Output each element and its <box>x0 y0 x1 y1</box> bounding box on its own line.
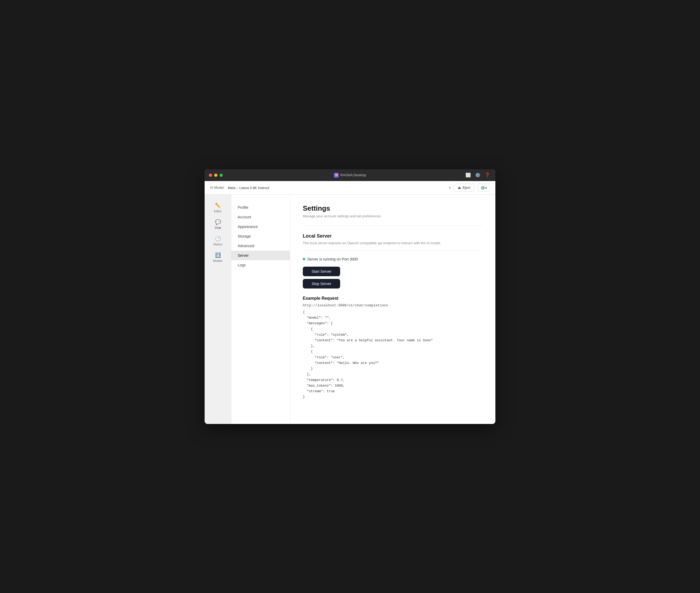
nav-item-account[interactable]: Account <box>231 212 290 222</box>
editor-icon: ✏️ <box>215 203 221 208</box>
close-button[interactable] <box>209 173 212 177</box>
example-request-title: Example Request <box>303 296 483 301</box>
sidebar-item-models[interactable]: ⬇️ Models <box>207 249 229 265</box>
settings-title: Settings <box>303 204 483 212</box>
sidebar-item-editor[interactable]: ✏️ Editor <box>207 200 229 215</box>
history-icon: 🕐 <box>215 236 221 242</box>
main-layout: ✏️ Editor 💬 Chat 🕐 History ⬇️ Models Pro… <box>205 195 495 424</box>
titlebar-title: 🧠 RAGNA Desktop <box>334 173 366 177</box>
models-icon: ⬇️ <box>215 252 221 258</box>
stop-server-button[interactable]: Stop Server <box>303 279 340 288</box>
maximize-button[interactable] <box>220 173 223 177</box>
nav-item-storage[interactable]: Storage <box>231 231 290 241</box>
settings-area: Profile Account Appearance Storage Advan… <box>231 195 495 424</box>
section-description: The local server exposes an OpenAI compa… <box>303 241 483 245</box>
nav-item-advanced[interactable]: Advanced <box>231 241 290 251</box>
eject-icon: ⏏ <box>458 186 461 190</box>
divider <box>303 226 483 226</box>
headerbar: AI Model: Meta – Llama 3 8K Instruct ▾ ⏏… <box>205 181 495 195</box>
minimize-button[interactable] <box>214 173 217 177</box>
section-divider <box>303 250 483 251</box>
eject-button[interactable]: ⏏ Eject <box>454 184 474 191</box>
chat-icon: 💬 <box>215 219 221 225</box>
settings-content: Settings Manage your account settings an… <box>290 195 495 424</box>
sidebar-item-chat[interactable]: 💬 Chat <box>207 216 229 232</box>
sidebar: ✏️ Editor 💬 Chat 🕐 History ⬇️ Models <box>205 195 231 424</box>
start-server-button[interactable]: Start Server <box>303 267 340 276</box>
nav-item-profile[interactable]: Profile <box>231 203 290 212</box>
example-url: http://localhost:3000/v1/chat/completion… <box>303 304 483 308</box>
app-logo: 🧠 <box>334 173 339 177</box>
filter-button[interactable]: ⚙️≡ <box>478 184 490 192</box>
sidebar-item-history[interactable]: 🕐 History <box>207 233 229 248</box>
titlebar: 🧠 RAGNA Desktop ⬜ ⚙️ ❓ <box>205 169 495 181</box>
settings-icon[interactable]: ⚙️ <box>474 171 481 179</box>
titlebar-actions: ⬜ ⚙️ ❓ <box>465 171 491 179</box>
settings-subtitle: Manage your account settings and set pre… <box>303 214 483 218</box>
server-status: Server is running on Port 3000 <box>303 257 483 261</box>
ai-model-select-wrapper: Meta – Llama 3 8K Instruct ▾ <box>228 185 450 190</box>
section-title: Local Server <box>303 233 483 239</box>
help-icon[interactable]: ❓ <box>484 171 491 179</box>
ai-model-label: AI Model: <box>210 186 225 190</box>
server-status-text: Server is running on Port 3000 <box>307 257 358 261</box>
nav-item-server[interactable]: Server <box>231 251 290 260</box>
ai-model-select[interactable]: Meta – Llama 3 8K Instruct <box>228 186 450 190</box>
nav-item-appearance[interactable]: Appearance <box>231 222 290 231</box>
settings-nav: Profile Account Appearance Storage Advan… <box>231 195 290 424</box>
app-window: 🧠 RAGNA Desktop ⬜ ⚙️ ❓ AI Model: Meta – … <box>205 169 495 424</box>
nav-item-logs[interactable]: Logs <box>231 260 290 270</box>
code-block: { "model": "", "messages": [ { "role": "… <box>303 310 483 400</box>
sidebar-toggle-button[interactable]: ⬜ <box>465 171 472 179</box>
status-dot <box>303 258 305 260</box>
